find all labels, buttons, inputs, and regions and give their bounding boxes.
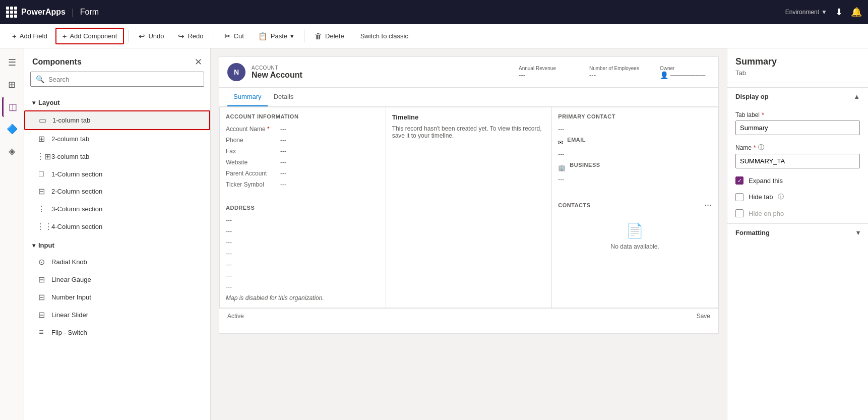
1col-tab-icon: ▭ [37, 115, 47, 125]
form-status: Active [227, 313, 244, 320]
component-1col-tab[interactable]: ▭ 1-column tab [24, 110, 210, 130]
cut-button[interactable]: ✂ Cut [218, 29, 250, 44]
form-area: N ACCOUNT New Account Annual Revenue ---… [211, 48, 727, 420]
search-box[interactable]: 🔍 [30, 72, 204, 87]
search-input[interactable] [48, 76, 199, 83]
chevron-down-icon-3: ▾ [856, 229, 860, 236]
component-1col-section[interactable]: □ 1-Column section [24, 165, 210, 183]
component-linear-gauge[interactable]: ⊟ Linear Gauge [24, 271, 210, 288]
nav-menu-icon[interactable]: ☰ [2, 52, 22, 73]
switch-classic-button[interactable]: Switch to classic [354, 29, 414, 43]
add-field-label: Add Field [20, 32, 47, 40]
chevron-down-icon: ▾ [32, 99, 35, 106]
panel-close-button[interactable]: ✕ [195, 56, 202, 68]
2col-tab-label: 2-column tab [51, 135, 89, 143]
timeline-title: Timeline [392, 113, 546, 121]
contacts-more-icon[interactable]: ··· [704, 200, 712, 210]
toolbar-separator-2 [214, 30, 214, 42]
paste-button[interactable]: 📋 Paste ▾ [252, 29, 300, 44]
field-row-phone: Phone --- [226, 137, 380, 144]
address-row-7: --- [226, 283, 380, 290]
nav-canvas-icon[interactable]: ◫ [2, 97, 22, 117]
component-3col-section[interactable]: ⋮ 3-Column section [24, 200, 210, 218]
hide-phone-checkbox-row[interactable]: Hide on pho [727, 205, 868, 221]
account-info-section: ACCOUNT INFORMATION Account Name * --- P… [220, 107, 386, 198]
display-options-label: Display op [735, 93, 769, 100]
3col-tab-icon: ⋮⊞ [36, 152, 46, 161]
hide-phone-label: Hide on pho [749, 210, 784, 217]
component-2col-tab[interactable]: ⊞ 2-column tab [24, 130, 210, 148]
tab-label-input[interactable] [735, 121, 860, 135]
map-disabled-msg: Map is disabled for this organization. [226, 294, 380, 302]
4col-section-label: 4-Column section [51, 223, 102, 230]
num-employees-value: --- [589, 71, 640, 79]
form-card: N ACCOUNT New Account Annual Revenue ---… [219, 56, 719, 334]
hide-tab-checkbox[interactable] [735, 193, 743, 201]
layout-section-header[interactable]: ▾ Layout [24, 93, 210, 110]
topbar-right: Environment ▼ ⬇ 🔔 [785, 7, 862, 18]
radial-knob-label: Radial Knob [51, 258, 87, 266]
name-info-icon[interactable]: ⓘ [758, 143, 764, 152]
linear-gauge-icon: ⊟ [36, 275, 46, 284]
name-field: Name * ⓘ [727, 139, 868, 172]
display-options-header[interactable]: Display op ▲ [727, 87, 868, 105]
3col-tab-label: 3-column tab [51, 153, 89, 160]
account-label: ACCOUNT [252, 65, 513, 71]
form-header-fields: Annual Revenue --- Number of Employees -… [519, 66, 710, 79]
2col-section-icon: ⊟ [36, 187, 46, 196]
props-title: Summary [727, 48, 868, 69]
hide-tab-info-icon[interactable]: ⓘ [778, 193, 784, 201]
download-icon[interactable]: ⬇ [835, 7, 843, 18]
owner-value: 👤 ─────── [660, 71, 710, 79]
add-field-button[interactable]: + Add Field [6, 29, 53, 43]
paste-dropdown-icon[interactable]: ▾ [290, 32, 294, 40]
nav-components-icon[interactable]: ◈ [2, 141, 22, 161]
component-2col-section[interactable]: ⊟ 2-Column section [24, 183, 210, 200]
plus-icon: + [12, 32, 17, 40]
form-save[interactable]: Save [697, 313, 710, 320]
component-flip-switch[interactable]: ≡ Flip - Switch [24, 324, 210, 341]
app-logo: PowerApps | Form [6, 7, 99, 18]
field-owner: Owner 👤 ─────── [660, 66, 710, 79]
input-section-header[interactable]: ▾ Input [24, 235, 210, 253]
search-icon: 🔍 [36, 75, 44, 83]
grid-icon [6, 7, 17, 18]
component-radial-knob[interactable]: ⊙ Radial Knob [24, 253, 210, 271]
topbar: PowerApps | Form Environment ▼ ⬇ 🔔 [0, 0, 868, 24]
redo-button[interactable]: ↪ Redo [172, 29, 209, 44]
undo-button[interactable]: ↩ Undo [133, 29, 170, 44]
address-row-5: --- [226, 261, 380, 268]
tab-details[interactable]: Details [268, 88, 300, 106]
timeline-msg: This record hasn't been created yet. To … [392, 125, 546, 139]
form-footer: Active Save [219, 308, 718, 324]
expand-checkbox-row[interactable]: Expand this [727, 172, 868, 189]
expand-checkbox[interactable] [735, 176, 743, 185]
page-title: Form [80, 8, 99, 17]
component-4col-section[interactable]: ⋮⋮ 4-Column section [24, 218, 210, 235]
address-row-4: --- [226, 250, 380, 257]
field-row-parent-account: Parent Account --- [226, 170, 380, 177]
hide-phone-checkbox[interactable] [735, 209, 743, 217]
1col-section-icon: □ [36, 169, 46, 178]
linear-slider-label: Linear Slider [51, 311, 88, 319]
environment-label: Environment ▼ [785, 9, 827, 16]
1col-tab-label: 1-column tab [52, 116, 90, 124]
bell-icon[interactable]: 🔔 [851, 7, 862, 18]
nav-home-icon[interactable]: ⊞ [2, 75, 22, 95]
formatting-header[interactable]: Formatting ▾ [727, 223, 868, 242]
hide-tab-checkbox-row[interactable]: Hide tab ⓘ [727, 189, 868, 205]
component-linear-slider[interactable]: ⊟ Linear Slider [24, 306, 210, 324]
add-component-button[interactable]: + Add Component [55, 28, 125, 44]
3col-section-label: 3-Column section [51, 205, 102, 213]
form-col-1: ACCOUNT INFORMATION Account Name * --- P… [220, 107, 386, 308]
component-number-input[interactable]: ⊟ Number Input [24, 288, 210, 306]
delete-button[interactable]: 🗑 Delete [308, 29, 350, 43]
address-row-1: --- [226, 217, 380, 224]
expand-label: Expand this [749, 177, 783, 185]
components-panel: Components ✕ 🔍 ▾ Layout ▭ 1-column tab ⊞… [24, 48, 211, 420]
component-3col-tab[interactable]: ⋮⊞ 3-column tab [24, 148, 210, 165]
name-input[interactable] [735, 154, 860, 168]
paste-icon: 📋 [258, 32, 268, 41]
nav-data-icon[interactable]: 🔷 [2, 119, 22, 139]
tab-summary[interactable]: Summary [227, 88, 268, 106]
